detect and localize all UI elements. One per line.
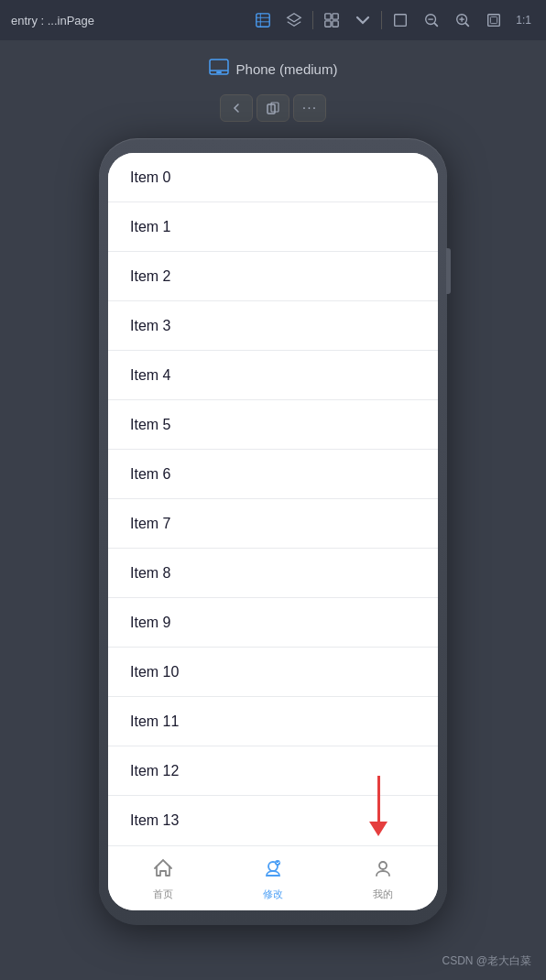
- home-icon: [152, 857, 174, 885]
- list-item[interactable]: Item 0: [108, 153, 438, 202]
- toolbar-title: entry : ...inPage: [11, 14, 239, 27]
- device-name: Phone (medium): [236, 61, 338, 77]
- toolbar-icons: 1:1: [250, 7, 535, 33]
- svg-rect-17: [491, 16, 497, 23]
- list-item[interactable]: Item 2: [108, 252, 438, 301]
- list-item[interactable]: Item 1: [108, 202, 438, 252]
- list-item[interactable]: Item 6: [108, 450, 438, 499]
- nav-item-home[interactable]: 首页: [134, 854, 192, 905]
- svg-rect-5: [333, 14, 338, 19]
- nav-item-profile[interactable]: 我的: [354, 854, 412, 905]
- phone-shell: Item 0 Item 1 Item 2 Item 3 Item 4 Item …: [99, 138, 447, 925]
- list-item[interactable]: Item 7: [108, 499, 438, 549]
- list-item[interactable]: Item 9: [108, 598, 438, 648]
- zoom-out-icon[interactable]: [419, 7, 444, 33]
- svg-rect-16: [488, 15, 500, 27]
- list-container: Item 0 Item 1 Item 2 Item 3 Item 4 Item …: [108, 153, 438, 845]
- dropdown-arrow-icon[interactable]: [350, 7, 376, 33]
- frame-icon[interactable]: [388, 7, 413, 33]
- list-item[interactable]: Item 10: [108, 648, 438, 697]
- edit-icon: [262, 857, 284, 885]
- svg-rect-7: [333, 21, 338, 27]
- svg-rect-0: [257, 14, 269, 27]
- svg-line-11: [435, 24, 438, 27]
- user-icon: [372, 857, 394, 885]
- nav-profile-label: 我的: [373, 887, 393, 901]
- toolbar: entry : ...inPage: [0, 0, 546, 40]
- list-item[interactable]: Item 8: [108, 549, 438, 598]
- svg-line-15: [466, 24, 469, 27]
- phone-mockup: Item 0 Item 1 Item 2 Item 3 Item 4 Item …: [99, 138, 447, 925]
- list-item[interactable]: Item 4: [108, 351, 438, 400]
- blueprint-icon[interactable]: [250, 7, 276, 33]
- device-controls: ···: [220, 94, 326, 122]
- phone-screen: Item 0 Item 1 Item 2 Item 3 Item 4 Item …: [108, 153, 438, 910]
- nav-item-edit[interactable]: 修改: [244, 854, 302, 905]
- nav-edit-label: 修改: [263, 887, 283, 901]
- list-item[interactable]: Item 11: [108, 697, 438, 746]
- separator-2: [381, 11, 382, 29]
- grid-icon[interactable]: [319, 7, 344, 33]
- svg-rect-8: [395, 15, 407, 27]
- svg-rect-20: [216, 71, 222, 73]
- main-content: Phone (medium) ··· Item 0: [0, 40, 546, 953]
- fit-icon[interactable]: [481, 7, 507, 33]
- back-btn[interactable]: [220, 94, 253, 122]
- list-item[interactable]: Item 5: [108, 400, 438, 450]
- svg-point-24: [275, 860, 280, 866]
- layers-icon[interactable]: [281, 7, 307, 33]
- device-label: Phone (medium): [209, 59, 338, 80]
- svg-point-25: [379, 862, 387, 869]
- list-item[interactable]: Item 13: [108, 796, 438, 845]
- svg-rect-6: [325, 21, 331, 27]
- zoom-in-icon[interactable]: [450, 7, 475, 33]
- frame-toggle-btn[interactable]: [257, 94, 289, 122]
- side-button: [446, 248, 451, 294]
- list-item[interactable]: Item 3: [108, 301, 438, 351]
- ratio-label: 1:1: [512, 12, 535, 28]
- device-type-icon: [209, 59, 229, 80]
- svg-rect-4: [325, 14, 331, 19]
- list-item[interactable]: Item 12: [108, 746, 438, 796]
- nav-home-label: 首页: [153, 887, 173, 901]
- bottom-nav: 首页 修改: [108, 845, 438, 910]
- separator-1: [312, 11, 313, 29]
- list-scroll-area[interactable]: Item 0 Item 1 Item 2 Item 3 Item 4 Item …: [108, 153, 438, 845]
- more-btn[interactable]: ···: [293, 94, 326, 122]
- watermark: CSDN @老大白菜: [442, 953, 531, 969]
